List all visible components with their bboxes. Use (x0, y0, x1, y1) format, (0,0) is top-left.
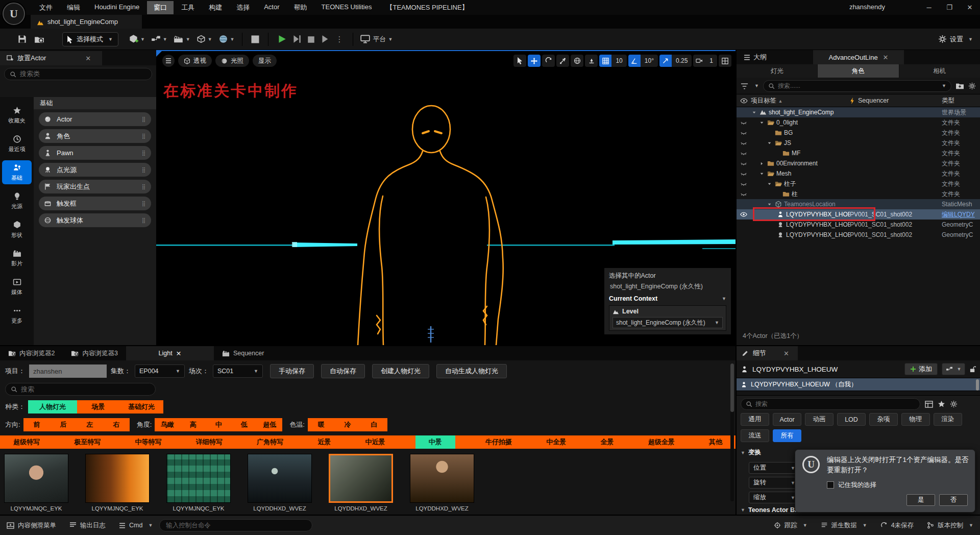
details-chip-LOD[interactable]: LOD (837, 413, 866, 426)
outliner-row[interactable]: MF文件夹 (737, 148, 980, 158)
column-item-label[interactable]: 项目标签 ▲ (751, 96, 850, 105)
new-folder-icon[interactable] (955, 82, 964, 90)
drag-grip-icon[interactable]: ⣿ (142, 201, 146, 206)
rail-item-光源[interactable]: 光源 (2, 189, 32, 213)
column-sequencer[interactable]: Sequencer (858, 97, 942, 104)
tree-expander-icon[interactable] (767, 182, 773, 186)
filter-cell-高[interactable]: 高 (180, 418, 206, 431)
place-item-Pawn[interactable]: Pawn⣿ (39, 146, 151, 160)
tab-details[interactable]: 细节 ✕ (737, 346, 798, 360)
play-options-icon[interactable]: ⋮ (336, 35, 344, 44)
menu-item-选择[interactable]: 选择 (230, 1, 256, 14)
outliner-row[interactable]: 柱文件夹 (737, 189, 980, 199)
visibility-cell[interactable] (737, 139, 751, 147)
shot-filter-极至特写[interactable]: 极至特写 (70, 435, 105, 449)
light-preset-thumbnail[interactable]: LQYDDHXD_WVEZ (248, 454, 312, 512)
details-chip-Actor[interactable]: Actor (773, 413, 801, 426)
place-item-Actor[interactable]: Actor⣿ (39, 112, 151, 126)
favorites-star-icon[interactable] (938, 400, 945, 408)
drag-grip-icon[interactable]: ⣿ (142, 150, 146, 156)
button-自动保存[interactable]: 自动保存 (321, 364, 365, 378)
outliner-subtab-灯光[interactable]: 灯光 (737, 64, 817, 78)
close-icon[interactable]: ✕ (883, 54, 889, 61)
filter-cell-超低[interactable]: 超低 (257, 418, 282, 431)
outliner-row[interactable]: 柱子文件夹 (737, 179, 980, 189)
rail-item-影片[interactable]: 影片 (2, 246, 32, 270)
level-viewport[interactable]: 在标准关卡中制作 透视 光照 显示 (156, 50, 736, 345)
details-chip-通用[interactable]: 通用 (741, 413, 769, 426)
visibility-cell[interactable] (737, 211, 751, 218)
menu-item-工具[interactable]: 工具 (175, 1, 201, 14)
filter-cell-人物灯光[interactable]: 人物灯光 (28, 400, 77, 414)
stop-button[interactable] (307, 35, 315, 43)
save-icon[interactable] (17, 34, 27, 44)
content-drawer-button[interactable]: 内容侧滑菜单 (0, 515, 63, 535)
transform-dropdown-位置[interactable]: 位置▼ (749, 462, 800, 474)
filter-cell-左[interactable]: 左 (77, 418, 103, 431)
blueprint-actions-dropdown[interactable]: ▼ (942, 363, 965, 375)
project-input[interactable]: zhanshen (29, 364, 107, 378)
blueprint-dropdown[interactable]: ▼ (151, 35, 167, 43)
light-preset-thumbnail[interactable]: LQYYMJNQC_EYK (166, 454, 231, 512)
volumes-dropdown[interactable]: ▼ (197, 35, 212, 43)
menu-item-文件[interactable]: 文件 (33, 1, 59, 14)
shot-filter-其他[interactable]: 其他 (705, 435, 726, 449)
cinematics-dropdown[interactable]: ▼ (174, 35, 190, 43)
outliner-row[interactable]: 0_0light文件夹 (737, 117, 980, 128)
bottom-tab-Sequencer[interactable]: Sequencer (214, 346, 272, 360)
console-command-input[interactable]: 输入控制台命令 (159, 519, 312, 531)
skip-button[interactable] (321, 35, 330, 43)
drag-grip-icon[interactable]: ⣿ (142, 167, 146, 173)
status-4未保存[interactable]: 4未保存 (874, 515, 920, 535)
button-创建人物灯光[interactable]: 创建人物灯光 (372, 364, 429, 378)
details-chip-渲染[interactable]: 渲染 (934, 413, 962, 426)
viewport-perspective-dropdown[interactable]: 透视 (178, 55, 212, 67)
filter-cell-中[interactable]: 中 (206, 418, 231, 431)
menu-item-【TEAMONES PIPELINE】[interactable]: 【TEAMONES PIPELINE】 (380, 1, 475, 14)
play-detached-button[interactable] (292, 35, 301, 43)
place-actor-tab[interactable]: 放置Actor ✕ (0, 51, 102, 65)
rail-item-收藏夹[interactable]: 收藏夹 (2, 103, 32, 127)
status-跟踪[interactable]: 跟踪▼ (767, 515, 814, 535)
filter-cell-鸟瞰[interactable]: 鸟瞰 (155, 418, 180, 431)
shot-filter-近景[interactable]: 近景 (313, 435, 335, 449)
transform-dropdown-旋转[interactable]: 旋转▼ (749, 477, 800, 489)
outliner-label[interactable]: 大纲 (744, 53, 767, 62)
details-settings-icon[interactable] (950, 400, 958, 408)
rail-item-最近项[interactable]: 最近项 (2, 132, 32, 156)
outliner-row[interactable]: Mesh文件夹 (737, 168, 980, 179)
scale-snap-control[interactable]: 0.25 (659, 55, 692, 67)
world-space-button[interactable] (571, 55, 583, 67)
column-type[interactable]: 类型 (942, 96, 980, 105)
no-button[interactable]: 否 (939, 494, 968, 506)
drag-grip-icon[interactable]: ⣿ (142, 133, 146, 139)
menu-item-窗口[interactable]: 窗口 (147, 1, 174, 14)
filter-icon[interactable] (741, 82, 748, 90)
menu-item-编辑[interactable]: 编辑 (60, 1, 87, 14)
maximize-button[interactable]: ❐ (939, 0, 960, 15)
filter-cell-后[interactable]: 后 (50, 418, 77, 431)
tree-expander-icon[interactable] (752, 110, 757, 115)
rotation-snap-control[interactable]: 10° (628, 55, 658, 67)
rotate-tool-button[interactable] (542, 55, 555, 67)
tab-advance-outline[interactable]: AdvanceOutLine ✕ (813, 50, 904, 64)
outliner-settings-icon[interactable] (968, 82, 976, 90)
visibility-cell[interactable] (737, 160, 751, 167)
drag-grip-icon[interactable]: ⣿ (142, 184, 146, 189)
rail-item-基础[interactable]: 基础 (2, 160, 32, 184)
yes-button[interactable]: 是 (906, 494, 935, 506)
filter-cell-低[interactable]: 低 (231, 418, 257, 431)
light-preset-thumbnail[interactable]: LQYDDHXD_WVEZ (410, 454, 474, 512)
details-chip-所有[interactable]: 所有 (773, 429, 801, 442)
status-版本控制[interactable]: 版本控制▼ (920, 515, 980, 535)
button-手动保存[interactable]: 手动保存 (270, 364, 314, 378)
menu-item-TEONES Utilities[interactable]: TEONES Utilities (315, 1, 379, 14)
settings-dropdown[interactable]: 设置 ▼ (938, 35, 973, 44)
select-tool-button[interactable] (513, 55, 526, 67)
outliner-row[interactable]: 00Environment文件夹 (737, 158, 980, 168)
close-icon[interactable]: ✕ (783, 350, 789, 357)
filter-cell-冷[interactable]: 冷 (334, 418, 361, 431)
quad-view-button[interactable] (719, 55, 731, 67)
details-chip-杂项[interactable]: 杂项 (869, 413, 898, 426)
platforms-dropdown[interactable]: 平台 ▼ (360, 35, 393, 44)
